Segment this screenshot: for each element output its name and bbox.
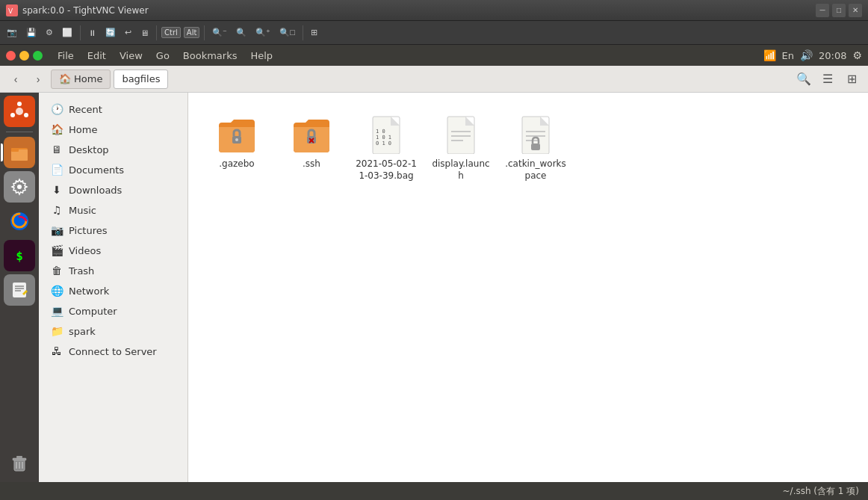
settings-menu-icon[interactable]: ⚙ <box>852 49 862 61</box>
close-button[interactable]: ✕ <box>849 4 862 17</box>
list-view-btn[interactable]: ☰ <box>817 70 838 89</box>
home-sidebar-icon: 🏠 <box>51 123 63 135</box>
sidebar-item-downloads[interactable]: ⬇ Downloads <box>42 180 185 200</box>
forward-nav-btn[interactable]: › <box>28 70 48 89</box>
computer-icon: 💻 <box>51 305 63 317</box>
network-icon: 🌐 <box>51 285 63 297</box>
window-controls <box>6 51 43 61</box>
sidebar-item-computer[interactable]: 💻 Computer <box>42 301 185 321</box>
svg-point-4 <box>17 102 22 106</box>
grid-view-btn[interactable]: ⊞ <box>841 70 862 89</box>
sidebar-item-desktop[interactable]: 🖥 Desktop <box>42 140 185 159</box>
app-window: File Edit View Go Bookmarks Help 📶 En 🔊 … <box>0 45 868 500</box>
svg-point-3 <box>16 108 23 115</box>
title-bar-text: spark:0.0 - TightVNC Viewer <box>22 5 816 16</box>
svg-text:V: V <box>8 7 13 15</box>
search-btn[interactable]: 🔍 <box>793 70 814 89</box>
vnc-toolbar: 📷 💾 ⚙ ⬜ ⏸ 🔄 ↩ 🖥 Ctrl Alt 🔍⁻ 🔍 🔍⁺ 🔍□ ⊞ <box>0 21 868 45</box>
sidebar-item-connect[interactable]: 🖧 Connect to Server <box>42 342 185 361</box>
taskbar-ubuntu[interactable] <box>4 96 35 127</box>
back-nav-btn[interactable]: ‹ <box>6 70 25 89</box>
display-label: display.launch <box>430 158 492 182</box>
pause-btn[interactable]: ⏸ <box>84 24 100 42</box>
zoom-fit-btn[interactable]: 🔍□ <box>276 24 299 42</box>
home-icon: 🏠 <box>59 73 71 84</box>
sidebar-item-pictures[interactable]: 📷 Pictures <box>42 220 185 240</box>
menu-bookmarks[interactable]: Bookmarks <box>177 49 244 63</box>
trash-sidebar-icon: 🗑 <box>51 265 63 277</box>
fullscreen-btn[interactable]: ⬜ <box>58 24 76 42</box>
refresh-btn[interactable]: 🔄 <box>102 24 120 42</box>
menu-view[interactable]: View <box>114 49 149 63</box>
svg-rect-9 <box>11 148 19 152</box>
file-item-bag[interactable]: 1 0 1 0 1 0 1 0 2021-05-02-11-03-39.bag <box>353 108 420 188</box>
ctrl-key: Ctrl <box>161 27 181 38</box>
clock: 20:08 <box>819 50 846 61</box>
zoom-100-btn[interactable]: 🔍 <box>232 24 250 42</box>
sidebar-downloads-label: Downloads <box>69 185 122 196</box>
bag-doc-icon: 1 0 1 0 1 0 1 0 <box>370 115 403 154</box>
sidebar-item-recent[interactable]: 🕐 Recent <box>42 99 185 119</box>
monitor-btn[interactable]: 🖥 <box>137 24 152 42</box>
grid-btn[interactable]: ⊞ <box>307 24 321 42</box>
volume-icon: 🔊 <box>800 49 813 61</box>
sidebar-item-music[interactable]: ♫ Music <box>42 200 185 220</box>
title-bar: V spark:0.0 - TightVNC Viewer ─ □ ✕ <box>0 0 868 21</box>
file-item-display[interactable]: display.launch <box>427 108 495 188</box>
breadcrumb-home[interactable]: 🏠 Home <box>51 70 111 89</box>
taskbar-files[interactable] <box>4 137 35 168</box>
wc-close-btn[interactable] <box>6 51 16 61</box>
svg-rect-38 <box>531 143 540 150</box>
file-item-gazebo[interactable]: .gazebo <box>203 108 270 188</box>
pictures-icon: 📷 <box>51 224 63 236</box>
sidebar-item-trash[interactable]: 🗑 Trash <box>42 261 185 280</box>
wc-min-btn[interactable] <box>19 51 29 61</box>
bag-label: 2021-05-02-11-03-39.bag <box>356 158 417 182</box>
options-btn[interactable]: ⚙ <box>42 24 57 42</box>
vnc-frame: V spark:0.0 - TightVNC Viewer ─ □ ✕ 📷 💾 … <box>0 0 868 500</box>
menu-right: 📶 En 🔊 20:08 ⚙ <box>763 49 862 61</box>
maximize-button[interactable]: □ <box>832 4 846 17</box>
menu-go[interactable]: Go <box>150 49 176 63</box>
menu-file[interactable]: File <box>52 49 80 63</box>
taskbar-terminal[interactable]: $ <box>4 240 35 271</box>
sidebar-item-spark[interactable]: 📁 spark <box>42 321 185 341</box>
menu-edit[interactable]: Edit <box>81 49 112 63</box>
lang-indicator[interactable]: En <box>782 50 794 61</box>
svg-point-6 <box>10 113 15 117</box>
sidebar-item-home[interactable]: 🏠 Home <box>42 120 185 139</box>
file-item-catkin[interactable]: .catkin_workspace <box>502 108 569 188</box>
taskbar-firefox[interactable] <box>4 206 35 237</box>
file-item-ssh[interactable]: .ssh <box>278 108 345 188</box>
display-icon-wrapper <box>440 114 482 155</box>
taskbar-settings[interactable] <box>4 171 35 203</box>
sidebar-item-documents[interactable]: 📄 Documents <box>42 160 185 179</box>
minimize-button[interactable]: ─ <box>816 4 829 17</box>
zoom-in-btn[interactable]: 🔍⁺ <box>252 24 274 42</box>
sidebar-desktop-label: Desktop <box>69 144 109 155</box>
zoom-out-btn[interactable]: 🔍⁻ <box>208 24 231 42</box>
status-bar: ~/.ssh (含有 1 项) <box>0 482 868 500</box>
alt-key: Alt <box>184 27 200 38</box>
status-right: ~/.ssh (含有 1 项) <box>783 485 859 498</box>
current-folder-label: bagfiles <box>122 73 160 84</box>
back-btn[interactable]: ↩ <box>121 24 135 42</box>
sidebar-item-network[interactable]: 🌐 Network <box>42 281 185 300</box>
files-area: .gazebo <box>188 93 868 482</box>
wc-max-btn[interactable] <box>33 51 43 61</box>
sidebar-item-videos[interactable]: 🎬 Videos <box>42 241 185 260</box>
svg-point-23 <box>235 138 238 141</box>
gazebo-label: .gazebo <box>219 158 254 170</box>
taskbar-editor[interactable] <box>4 274 35 306</box>
save-btn[interactable]: 💾 <box>22 24 40 42</box>
location-right: 🔍 ☰ ⊞ <box>793 70 862 89</box>
menu-help[interactable]: Help <box>244 49 279 63</box>
sidebar-music-label: Music <box>69 205 96 216</box>
sidebar-recent-label: Recent <box>69 104 102 115</box>
sidebar-trash-label: Trash <box>69 265 94 277</box>
screenshot-btn[interactable]: 📷 <box>3 24 21 42</box>
gazebo-folder-icon <box>217 117 256 152</box>
taskbar-trash[interactable] <box>4 448 35 479</box>
svg-rect-17 <box>13 458 26 460</box>
title-bar-buttons: ─ □ ✕ <box>816 4 862 17</box>
